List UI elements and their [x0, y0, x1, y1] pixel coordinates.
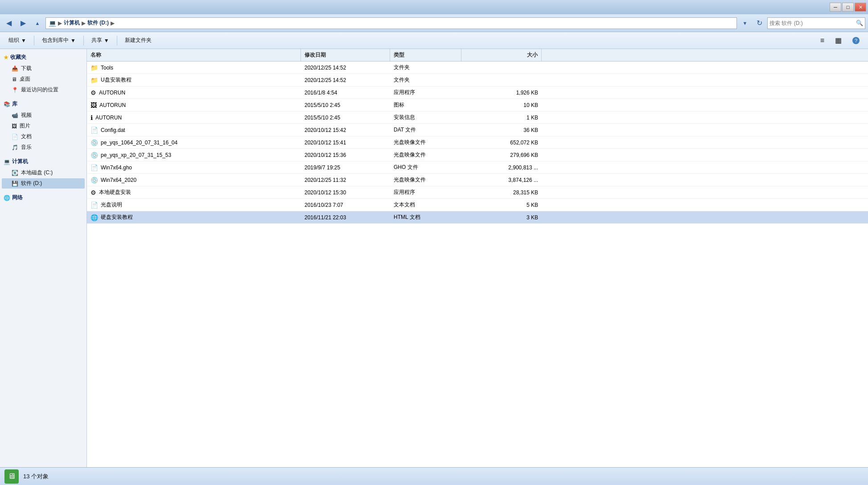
table-row[interactable]: 📄 Config.dat 2020/10/12 15:42 DAT 文件 36 … — [87, 124, 868, 136]
sidebar-section-network: 🌐 网络 — [0, 192, 86, 203]
file-name: Tools — [101, 65, 113, 71]
col-header-size[interactable]: 大小 — [461, 49, 542, 61]
star-icon: ★ — [4, 54, 8, 61]
file-name: Config.dat — [101, 127, 125, 133]
statusbar: 🖥 13 个对象 — [0, 467, 868, 485]
toolbar-separator-1 — [34, 36, 34, 45]
path-drive[interactable]: 软件 (D:) — [87, 19, 109, 27]
sidebar-item-desktop[interactable]: 🖥 桌面 — [2, 74, 85, 84]
file-icon: 📁 — [91, 77, 98, 84]
back-button[interactable]: ◀ — [3, 17, 15, 29]
col-header-date[interactable]: 修改日期 — [301, 49, 390, 61]
file-cell-date: 2020/12/25 11:32 — [301, 174, 390, 186]
sidebar-header-network[interactable]: 🌐 网络 — [0, 192, 86, 203]
view-mode-button[interactable]: ≡ — [815, 34, 829, 47]
file-cell-type: 文本文档 — [390, 199, 461, 211]
new-folder-button[interactable]: 新建文件夹 — [120, 34, 156, 47]
file-cell-size: 279,696 KB — [461, 149, 542, 161]
file-cell-type: 文件夹 — [390, 74, 461, 86]
file-name: AUTORUN — [95, 115, 122, 121]
downloads-label: 下载 — [21, 65, 32, 72]
file-icon: 📁 — [91, 64, 98, 71]
table-row[interactable]: 📁 Tools 2020/12/25 14:52 文件夹 — [87, 62, 868, 74]
path-computer[interactable]: 计算机 — [64, 19, 80, 27]
file-cell-type: 光盘映像文件 — [390, 174, 461, 186]
sidebar-header-computer[interactable]: 💻 计算机 — [0, 156, 86, 167]
forward-button[interactable]: ▶ — [17, 17, 29, 29]
file-cell-name: ℹ AUTORUN — [87, 111, 301, 123]
table-row[interactable]: ℹ AUTORUN 2015/5/10 2:45 安装信息 1 KB — [87, 111, 868, 124]
sidebar-item-recent[interactable]: 📍 最近访问的位置 — [2, 85, 85, 95]
maximize-button[interactable]: □ — [842, 3, 854, 12]
sidebar-item-software-d[interactable]: 💾 软件 (D:) — [2, 178, 85, 189]
refresh-button[interactable]: ↻ — [753, 17, 765, 29]
sidebar-header-library[interactable]: 📚 库 — [0, 99, 86, 110]
file-name: pe_yqs_xp_20_07_31_15_53 — [101, 152, 171, 158]
table-row[interactable]: 🌐 硬盘安装教程 2016/11/21 22:03 HTML 文档 3 KB — [87, 211, 868, 224]
search-input[interactable] — [769, 20, 856, 26]
file-cell-name: 🌐 硬盘安装教程 — [87, 211, 301, 223]
file-cell-size: 1 KB — [461, 111, 542, 123]
table-row[interactable]: 💿 Win7x64_2020 2020/12/25 11:32 光盘映像文件 3… — [87, 174, 868, 186]
col-header-type[interactable]: 类型 — [390, 49, 461, 61]
close-button[interactable]: ✕ — [855, 3, 866, 12]
organize-button[interactable]: 组织 ▼ — [4, 34, 31, 47]
sidebar-item-pictures[interactable]: 🖼 图片 — [2, 121, 85, 131]
file-cell-type: GHO 文件 — [390, 161, 461, 173]
sidebar-item-local-c[interactable]: 💽 本地磁盘 (C:) — [2, 168, 85, 178]
status-text: 13 个对象 — [23, 473, 49, 481]
file-name: U盘安装教程 — [101, 76, 132, 84]
desktop-label: 桌面 — [20, 75, 30, 83]
up-button[interactable]: ▲ — [31, 17, 44, 29]
share-dropdown-icon: ▼ — [104, 37, 109, 44]
new-folder-label: 新建文件夹 — [125, 37, 152, 44]
search-box[interactable]: 🔍 — [767, 17, 865, 29]
music-label: 音乐 — [21, 144, 32, 151]
sidebar-item-video[interactable]: 📹 视频 — [2, 110, 85, 120]
address-path[interactable]: 💻 ▶ 计算机 ▶ 软件 (D:) ▶ — [45, 17, 737, 29]
file-name: Win7x64.gho — [101, 164, 132, 171]
file-cell-size: 3,874,126 ... — [461, 174, 542, 186]
minimize-button[interactable]: ─ — [830, 3, 841, 12]
table-row[interactable]: 💿 pe_yqs_xp_20_07_31_15_53 2020/10/12 15… — [87, 149, 868, 161]
file-cell-name: 🖼 AUTORUN — [87, 99, 301, 111]
empty-area[interactable] — [87, 264, 868, 467]
file-cell-name: 📁 U盘安装教程 — [87, 74, 301, 86]
table-row[interactable]: ⚙ 本地硬盘安装 2020/10/12 15:30 应用程序 28,315 KB — [87, 186, 868, 199]
table-row[interactable]: 🖼 AUTORUN 2015/5/10 2:45 图标 10 KB — [87, 99, 868, 111]
file-icon: 📄 — [91, 164, 98, 171]
path-separator-3: ▶ — [111, 20, 115, 26]
toolbar: 组织 ▼ 包含到库中 ▼ 共享 ▼ 新建文件夹 ≡ ▦ ? — [0, 32, 868, 49]
titlebar: ─ □ ✕ — [0, 0, 868, 14]
file-name: Win7x64_2020 — [101, 177, 136, 183]
file-cell-date: 2020/10/12 15:36 — [301, 149, 390, 161]
addressbar: ◀ ▶ ▲ 💻 ▶ 计算机 ▶ 软件 (D:) ▶ ▼ ↻ 🔍 — [0, 14, 868, 32]
view-buttons: ≡ ▦ ? — [815, 34, 864, 47]
table-row[interactable]: 💿 pe_yqs_1064_20_07_31_16_04 2020/10/12 … — [87, 136, 868, 149]
toolbar-separator-3 — [117, 36, 117, 45]
sidebar-item-downloads[interactable]: 📥 下载 — [2, 63, 85, 74]
share-button[interactable]: 共享 ▼ — [86, 34, 114, 47]
path-icon: 💻 — [49, 20, 56, 27]
help-icon: ? — [852, 37, 860, 44]
include-button[interactable]: 包含到库中 ▼ — [37, 34, 81, 47]
file-name: 本地硬盘安装 — [99, 189, 131, 196]
view-details-button[interactable]: ▦ — [830, 34, 847, 47]
table-row[interactable]: 📄 Win7x64.gho 2019/9/7 19:25 GHO 文件 2,90… — [87, 161, 868, 174]
titlebar-buttons: ─ □ ✕ — [830, 3, 866, 12]
help-button[interactable]: ? — [847, 34, 864, 47]
table-row[interactable]: 📁 U盘安装教程 2020/12/25 14:52 文件夹 — [87, 74, 868, 86]
file-list-container: 名称 修改日期 类型 大小 📁 Tools 2020/12/25 14:52 文… — [87, 49, 868, 467]
computer-icon: 💻 — [4, 159, 10, 165]
network-label: 网络 — [12, 194, 23, 201]
sidebar-section-favorites: ★ 收藏夹 📥 下载 🖥 桌面 📍 最近访问的位置 — [0, 52, 86, 95]
path-separator-2: ▶ — [82, 20, 86, 26]
dropdown-path-button[interactable]: ▼ — [739, 17, 751, 29]
sidebar-item-documents[interactable]: 📄 文档 — [2, 132, 85, 142]
file-icon: 📄 — [91, 201, 98, 209]
sidebar-item-music[interactable]: 🎵 音乐 — [2, 142, 85, 152]
col-header-name[interactable]: 名称 — [87, 49, 301, 61]
sidebar-header-favorites[interactable]: ★ 收藏夹 — [0, 52, 86, 63]
table-row[interactable]: 📄 光盘说明 2016/10/23 7:07 文本文档 5 KB — [87, 199, 868, 211]
table-row[interactable]: ⚙ AUTORUN 2016/1/8 4:54 应用程序 1,926 KB — [87, 86, 868, 99]
